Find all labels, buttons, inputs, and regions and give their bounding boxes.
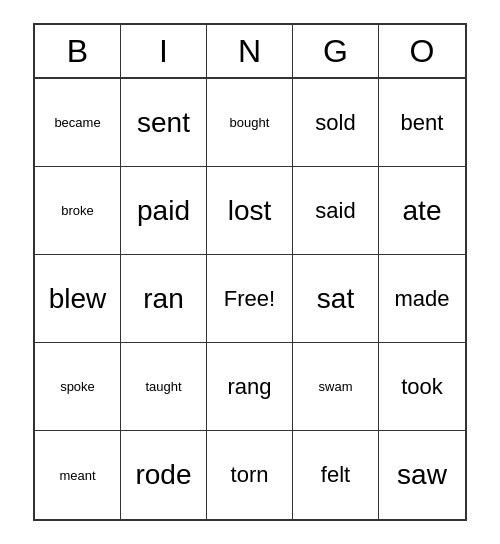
cell-word: bent — [401, 110, 444, 136]
grid-cell: made — [379, 255, 465, 343]
cell-word: Free! — [224, 286, 275, 312]
cell-word: rode — [135, 459, 191, 491]
grid-cell: ate — [379, 167, 465, 255]
grid-cell: ran — [121, 255, 207, 343]
cell-word: lost — [228, 195, 272, 227]
grid-cell: said — [293, 167, 379, 255]
grid-cell: bent — [379, 79, 465, 167]
grid-cell: took — [379, 343, 465, 431]
header-letter: G — [293, 25, 379, 77]
cell-word: became — [54, 115, 100, 130]
grid-cell: paid — [121, 167, 207, 255]
grid-cell: blew — [35, 255, 121, 343]
grid-cell: sent — [121, 79, 207, 167]
grid-cell: broke — [35, 167, 121, 255]
cell-word: sold — [315, 110, 355, 136]
grid-cell: torn — [207, 431, 293, 519]
grid-cell: rode — [121, 431, 207, 519]
bingo-header: BINGO — [35, 25, 465, 79]
cell-word: swam — [319, 379, 353, 394]
grid-cell: meant — [35, 431, 121, 519]
cell-word: took — [401, 374, 443, 400]
bingo-grid: becamesentboughtsoldbentbrokepaidlostsai… — [35, 79, 465, 519]
cell-word: paid — [137, 195, 190, 227]
header-letter: O — [379, 25, 465, 77]
cell-word: said — [315, 198, 355, 224]
grid-cell: became — [35, 79, 121, 167]
grid-cell: swam — [293, 343, 379, 431]
cell-word: ran — [143, 283, 183, 315]
grid-cell: rang — [207, 343, 293, 431]
header-letter: I — [121, 25, 207, 77]
grid-cell: spoke — [35, 343, 121, 431]
grid-cell: felt — [293, 431, 379, 519]
cell-word: torn — [231, 462, 269, 488]
cell-word: saw — [397, 459, 447, 491]
header-letter: B — [35, 25, 121, 77]
bingo-card: BINGO becamesentboughtsoldbentbrokepaidl… — [33, 23, 467, 521]
grid-cell: taught — [121, 343, 207, 431]
header-letter: N — [207, 25, 293, 77]
cell-word: taught — [145, 379, 181, 394]
grid-cell: saw — [379, 431, 465, 519]
cell-word: sat — [317, 283, 354, 315]
grid-cell: sold — [293, 79, 379, 167]
cell-word: felt — [321, 462, 350, 488]
cell-word: bought — [230, 115, 270, 130]
grid-cell: bought — [207, 79, 293, 167]
cell-word: broke — [61, 203, 94, 218]
grid-cell: lost — [207, 167, 293, 255]
cell-word: rang — [227, 374, 271, 400]
cell-word: meant — [59, 468, 95, 483]
cell-word: made — [394, 286, 449, 312]
cell-word: ate — [403, 195, 442, 227]
grid-cell: sat — [293, 255, 379, 343]
cell-word: blew — [49, 283, 107, 315]
grid-cell: Free! — [207, 255, 293, 343]
cell-word: sent — [137, 107, 190, 139]
cell-word: spoke — [60, 379, 95, 394]
